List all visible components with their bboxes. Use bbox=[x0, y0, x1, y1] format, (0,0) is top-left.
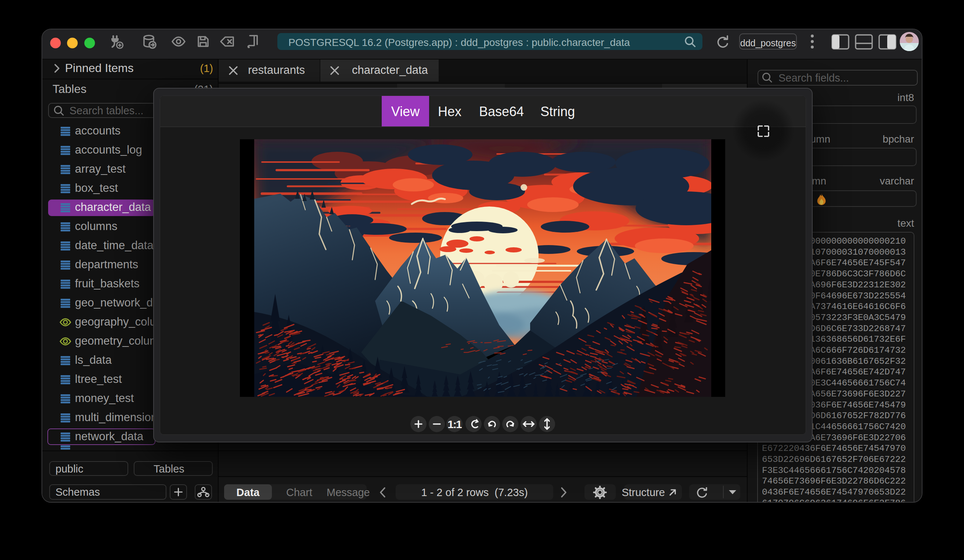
svg-text:1:1: 1:1 bbox=[448, 418, 462, 430]
